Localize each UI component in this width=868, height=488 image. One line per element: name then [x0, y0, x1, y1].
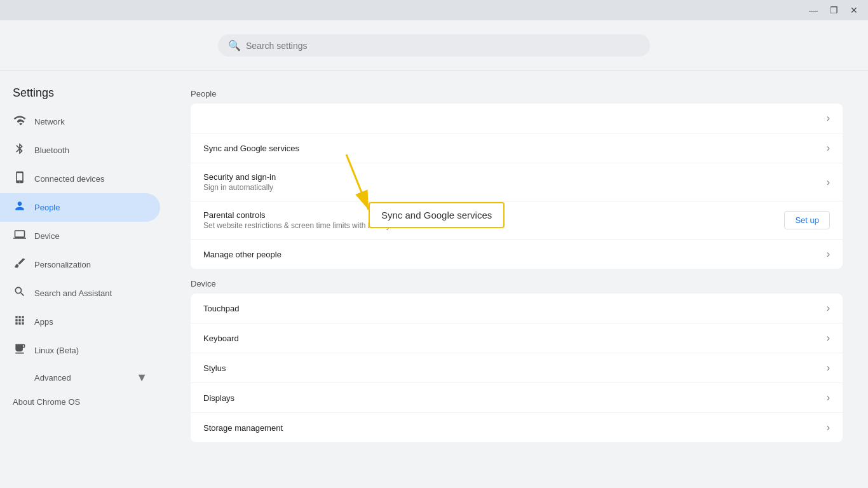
apps-icon: [13, 314, 27, 330]
manage-people-chevron: ›: [827, 248, 830, 260]
wifi-icon: [13, 114, 27, 130]
parental-label: Parental controls: [203, 210, 406, 220]
sync-item[interactable]: Sync and Google services ›: [191, 133, 843, 163]
minimize-button[interactable]: —: [804, 4, 822, 17]
device-card: Touchpad › Keyboard › Stylus › Displays …: [191, 294, 843, 442]
parental-item[interactable]: Parental controls Set website restrictio…: [191, 201, 843, 240]
title-bar: — ❐ ✕: [0, 0, 868, 20]
sidebar-item-connected-devices[interactable]: Connected devices: [0, 165, 160, 193]
sync-label: Sync and Google services: [203, 144, 299, 153]
person-icon: [13, 200, 27, 215]
displays-chevron: ›: [827, 392, 830, 403]
body-area: Settings Network Bluetooth Con: [0, 71, 868, 488]
manage-people-text: Manage other people: [203, 250, 281, 259]
personalization-label: Personalization: [34, 260, 91, 269]
parental-sub: Set website restrictions & screen time l…: [203, 221, 406, 230]
setup-button[interactable]: Set up: [784, 211, 830, 229]
apps-label: Apps: [34, 317, 53, 327]
sidebar-item-search-assistant[interactable]: Search and Assistant: [0, 279, 160, 308]
sync-text: Sync and Google services: [203, 144, 299, 153]
advanced-label: Advanced: [34, 373, 71, 383]
search-assist-icon: [13, 285, 27, 301]
sidebar-title: Settings: [0, 76, 165, 107]
connected-devices-icon: [13, 171, 27, 187]
touchpad-item[interactable]: Touchpad ›: [191, 294, 843, 323]
brush-icon: [13, 257, 27, 273]
search-bar-container: 🔍: [0, 20, 868, 71]
manage-people-label: Manage other people: [203, 250, 281, 259]
device-section-title: Device: [191, 279, 843, 288]
sidebar-item-bluetooth[interactable]: Bluetooth: [0, 136, 160, 165]
connected-devices-label: Connected devices: [34, 174, 105, 184]
search-bar: 🔍: [218, 34, 650, 57]
touchpad-chevron: ›: [827, 302, 830, 314]
sidebar-item-device[interactable]: Device: [0, 222, 160, 250]
account-chevron: ›: [827, 112, 830, 124]
stylus-item[interactable]: Stylus ›: [191, 353, 843, 383]
bluetooth-label: Bluetooth: [34, 146, 69, 155]
account-item[interactable]: ›: [191, 104, 843, 133]
keyboard-item[interactable]: Keyboard ›: [191, 323, 843, 353]
sidebar-item-apps[interactable]: Apps: [0, 308, 160, 336]
sidebar-item-personalization[interactable]: Personalization: [0, 250, 160, 279]
touchpad-label: Touchpad: [203, 304, 239, 313]
sidebar-item-linux[interactable]: Linux (Beta): [0, 336, 160, 365]
about-label: About Chrome OS: [13, 397, 80, 407]
sidebar: Settings Network Bluetooth Con: [0, 71, 165, 488]
advanced-left: Advanced: [13, 373, 71, 383]
sidebar-item-about[interactable]: About Chrome OS: [0, 391, 165, 413]
security-sub: Sign in automatically: [203, 183, 276, 192]
search-input[interactable]: [246, 41, 640, 51]
keyboard-chevron: ›: [827, 332, 830, 344]
sidebar-item-network[interactable]: Network: [0, 107, 160, 136]
linux-label: Linux (Beta): [34, 346, 79, 355]
network-label: Network: [34, 117, 65, 126]
security-chevron: ›: [827, 177, 830, 188]
security-text: Security and sign-in Sign in automatical…: [203, 172, 276, 192]
sidebar-item-people[interactable]: People: [0, 193, 160, 222]
stylus-label: Stylus: [203, 363, 226, 373]
manage-people-item[interactable]: Manage other people ›: [191, 240, 843, 269]
search-icon: 🔍: [228, 39, 241, 51]
security-item[interactable]: Security and sign-in Sign in automatical…: [191, 163, 843, 201]
chevron-down-icon: ▼: [136, 371, 147, 384]
sidebar-item-advanced[interactable]: Advanced ▼: [0, 365, 160, 391]
stylus-chevron: ›: [827, 362, 830, 374]
app-layout: 🔍 Settings Network Bluetooth: [0, 20, 868, 488]
restore-button[interactable]: ❐: [825, 4, 843, 17]
people-card: › Sync and Google services › Security an…: [191, 104, 843, 269]
storage-item[interactable]: Storage management ›: [191, 413, 843, 442]
keyboard-label: Keyboard: [203, 334, 239, 343]
main-content: People › Sync and Google services ›: [165, 71, 868, 488]
security-label: Security and sign-in: [203, 172, 276, 182]
people-section-title: People: [191, 89, 843, 98]
people-label: People: [34, 203, 60, 212]
bluetooth-icon: [13, 142, 27, 158]
laptop-icon: [13, 228, 27, 244]
storage-chevron: ›: [827, 422, 830, 433]
device-label: Device: [34, 231, 60, 241]
displays-label: Displays: [203, 393, 234, 403]
displays-item[interactable]: Displays ›: [191, 383, 843, 413]
close-button[interactable]: ✕: [845, 4, 863, 17]
parental-text: Parental controls Set website restrictio…: [203, 210, 406, 230]
sync-chevron: ›: [827, 142, 830, 154]
terminal-icon: [13, 342, 27, 358]
window-controls: — ❐ ✕: [804, 4, 863, 17]
search-assistant-label: Search and Assistant: [34, 288, 112, 298]
storage-label: Storage management: [203, 423, 283, 433]
